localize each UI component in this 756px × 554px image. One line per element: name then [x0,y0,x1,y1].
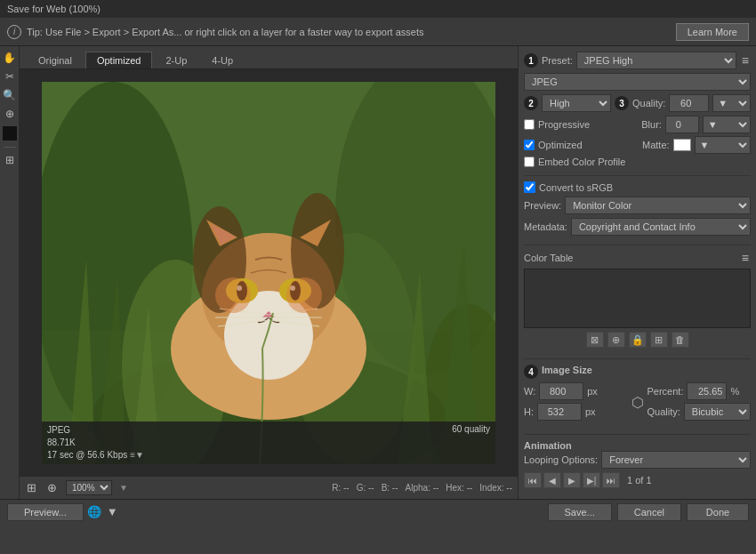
matte-color-swatch[interactable] [673,139,691,151]
color-table-toolbar: ⊠ ⊕ 🔒 ⊞ 🗑 [524,332,751,348]
color-table-header: Color Table ≡ [524,251,751,265]
looping-row: Looping Options: Forever Once Other [524,451,751,469]
divider-1 [524,175,751,176]
status-icon1[interactable]: ⊞ [25,479,38,496]
resample-select[interactable]: Bicubic Bilinear Nearest Neighbor [684,403,751,421]
looping-label: Looping Options: [524,454,598,465]
center-area: Original Optimized 2-Up 4-Up [20,46,518,499]
color-table-btn-1[interactable]: ⊠ [586,332,604,348]
quality-arrow[interactable]: ▼ [712,94,751,112]
left-toolbar: ✋ ✂ 🔍 ⊕ ⊞ [0,46,20,499]
status-bar: ⊞ ⊕ 100% 50% 200% ▼ R: -- G: -- B: -- Al… [20,476,518,499]
badge-1: 1 [524,53,538,68]
progressive-label: Progressive [538,119,590,130]
image-info-left: JPEG 88.71K 17 sec @ 56.6 Kbps ≡▼ [47,424,144,462]
done-button[interactable]: Done [687,503,749,521]
preview-btn-group: Preview... 🌐 ▼ [7,503,120,521]
image-size-section: 4 Image Size W: px H: px ⬡ [524,365,751,423]
foreground-color[interactable] [3,126,17,141]
preview-select[interactable]: Monitor Color Legacy Macintosh Internet … [565,197,751,214]
image-options-btn[interactable]: ≡▼ [130,450,144,460]
optimized-row: Optimized Matte: ▼ [524,136,751,154]
tab-4up[interactable]: 4-Up [200,52,245,68]
hex-value: Hex: -- [446,483,472,493]
tab-2up[interactable]: 2-Up [154,52,198,68]
title-text: Save for Web (100%) [7,4,101,14]
width-input[interactable] [539,382,583,400]
learn-more-button[interactable]: Learn More [676,23,749,41]
h-label: H: [524,406,534,417]
matte-arrow[interactable]: ▼ [695,136,751,154]
height-input[interactable] [537,403,582,421]
progressive-row: Progressive Blur: ▼ [524,116,751,133]
preview-button[interactable]: Preview... [7,503,84,521]
color-table-btn-lock[interactable]: 🔒 [629,332,647,348]
cancel-button[interactable]: Cancel [617,503,681,521]
image-size: 88.71K [47,437,144,449]
image-type: JPEG [47,424,144,437]
convert-srgb-checkbox[interactable] [524,181,535,193]
metadata-select[interactable]: Copyright and Contact Info All None Copy… [571,218,751,236]
tabs-bar: Original Optimized 2-Up 4-Up [20,46,518,69]
preset-select[interactable]: JPEG High JPEG Medium JPEG Low PNG-24 GI… [576,52,736,69]
quality-input[interactable] [669,94,709,112]
preview-label: Preview: [524,200,561,211]
g-value: G: -- [357,483,374,493]
anim-prev-btn[interactable]: ◀ [543,472,561,488]
color-table-btn-web[interactable]: ⊞ [650,332,668,348]
divider [4,147,16,148]
browser-icon[interactable]: 🌐 [85,503,103,520]
anim-play-btn[interactable]: ▶ [563,472,581,488]
anim-first-btn[interactable]: ⏮ [524,472,542,488]
zoom-tool[interactable]: 🔍 [2,87,18,103]
color-table-btn-delete[interactable]: 🗑 [672,332,689,348]
preset-label: Preset: [542,55,573,66]
w-px-label: px [587,386,598,397]
svg-point-29 [215,277,251,313]
anim-last-btn[interactable]: ⏭ [602,472,620,488]
zoom-select[interactable]: 100% 50% 200% [66,480,112,495]
compression-select[interactable]: High Medium Low Maximum [542,94,611,112]
badge-4: 4 [524,365,538,379]
slice-select-tool[interactable]: ✂ [2,68,18,84]
preset-menu-btn[interactable]: ≡ [740,53,751,68]
percent-row: Percent: % [647,382,752,400]
convert-srgb-label: Convert to sRGB [539,182,613,193]
index-value: Index: -- [479,483,512,493]
divider-2 [524,245,751,245]
compression-quality-row: 2 High Medium Low Maximum 3 Quality: ▼ [524,94,751,112]
embed-profile-checkbox[interactable] [524,157,535,167]
status-icon2[interactable]: ⊕ [45,479,59,496]
width-row: W: px [524,382,628,400]
w-label: W: [524,386,535,397]
progressive-checkbox[interactable] [524,119,535,130]
matte-label: Matte: [642,140,670,150]
color-table-menu-btn[interactable]: ≡ [740,251,751,265]
metadata-row: Metadata: Copyright and Contact Info All… [524,218,751,236]
percent-input[interactable] [687,382,727,400]
image-time: 17 sec @ 56.6 Kbps [47,449,127,462]
divider-3 [524,358,751,359]
tab-optimized[interactable]: Optimized [85,52,153,68]
color-table-btn-2[interactable]: ⊕ [607,332,625,348]
preview-arrow[interactable]: ▼ [105,503,120,520]
tab-original[interactable]: Original [27,52,84,68]
save-button[interactable]: Save... [548,503,612,521]
anim-controls: ⏮ ◀ ▶ ▶| ⏭ 1 of 1 [524,472,751,488]
looping-select[interactable]: Forever Once Other [601,451,751,469]
hand-tool[interactable]: ✋ [2,50,18,66]
main-area: ✋ ✂ 🔍 ⊕ ⊞ Original Optimized 2-Up 4-Up [0,46,756,499]
format-select[interactable]: JPEG PNG-8 PNG-24 GIF [524,73,751,91]
toggle-preview[interactable]: ⊞ [2,152,18,168]
title-bar: Save for Web (100%) [0,0,756,18]
tip-bar: i Tip: Use File > Export > Export As... … [0,18,756,46]
blur-input[interactable] [665,116,699,133]
bottom-left: Preview... 🌐 ▼ [7,503,120,521]
r-value: R: -- [332,483,349,493]
divider-4 [524,434,751,435]
anim-next-btn[interactable]: ▶| [583,472,600,488]
optimized-checkbox[interactable] [524,140,535,150]
blur-arrow[interactable]: ▼ [703,116,751,133]
quality-select-row: Quality: Bicubic Bilinear Nearest Neighb… [647,403,752,421]
eyedropper-tool[interactable]: ⊕ [2,106,18,122]
